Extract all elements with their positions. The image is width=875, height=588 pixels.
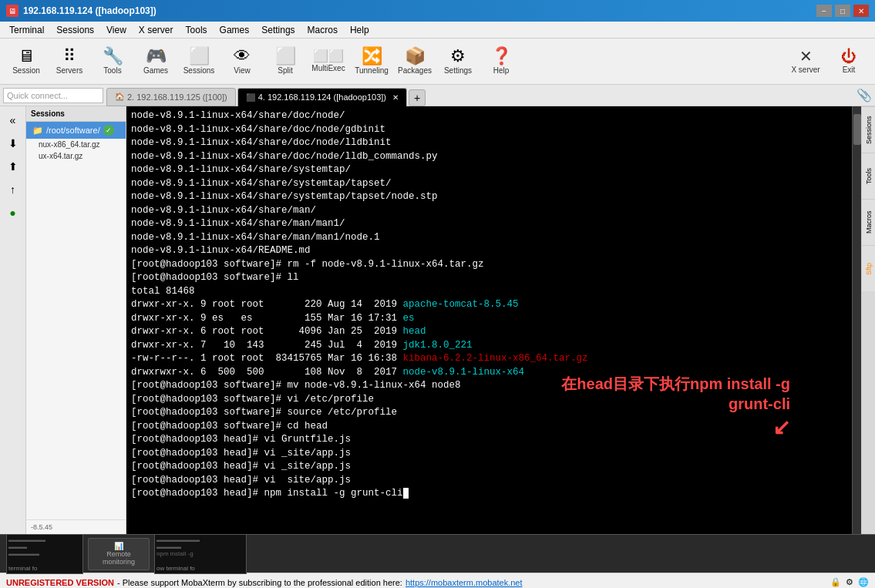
term-line-4: node-v8.9.1-linux-x64/share/doc/node/lld… xyxy=(131,150,847,164)
window-title: 192.168.119.124 ([hadoop103]) xyxy=(23,5,812,16)
menu-bar: Terminal Sessions View X server Tools Ga… xyxy=(0,22,875,39)
split-button[interactable]: ⬜ Split xyxy=(265,42,305,82)
sessions-button[interactable]: ⬜ Sessions xyxy=(179,42,219,82)
status-icon-2: ⚙ xyxy=(846,577,853,587)
status-right-icons: 🔒 ⚙ 🌐 xyxy=(830,577,869,587)
tab-hadoop103-label: 4. 192.168.119.124 ([hadoop103]) xyxy=(258,92,386,102)
menu-help[interactable]: Help xyxy=(344,23,375,37)
menu-settings[interactable]: Settings xyxy=(255,23,301,37)
menu-terminal[interactable]: Terminal xyxy=(3,23,50,37)
term-line-22: [root@hadoop103 software]# vi /etc/profi… xyxy=(131,393,847,407)
games-button[interactable]: 🎮 Games xyxy=(136,42,176,82)
term-line-26: [root@hadoop103 head]# vi _site/app.js xyxy=(131,447,847,461)
side-label-macros[interactable]: Macros xyxy=(862,199,875,245)
terminal-thumbnail-1[interactable]: ▬▬▬▬▬▬ ▬▬▬ ▬▬▬▬▬ terminal fo xyxy=(6,534,83,574)
toolbar: 🖥 Session ⠿ Servers 🔧 Tools 🎮 Games ⬜ Se… xyxy=(0,39,875,85)
menu-games[interactable]: Games xyxy=(214,23,256,37)
term-line-3: node-v8.9.1-linux-x64/share/doc/node/lld… xyxy=(131,136,847,150)
session-button[interactable]: 🖥 Session xyxy=(6,42,46,82)
view-button[interactable]: 👁 View xyxy=(222,42,262,82)
minimize-button[interactable]: − xyxy=(816,5,832,17)
games-icon: 🎮 xyxy=(146,48,167,65)
term-line-23: [root@hadoop103 software]# source /etc/p… xyxy=(131,406,847,420)
status-message: - Please support MobaXterm by subscribin… xyxy=(117,578,402,587)
active-session-label: /root/software/ xyxy=(46,126,100,135)
xserver-button[interactable]: ✕ X server xyxy=(786,42,826,82)
app-icon: 🖥 xyxy=(6,5,19,17)
terminal-thumbnail-2[interactable]: ▬▬▬▬▬▬▬ ▬▬▬▬ npm install -g ow terminal … xyxy=(154,534,247,574)
menu-macros[interactable]: Macros xyxy=(301,23,344,37)
support-link[interactable]: https://mobaxterm.mobatek.net xyxy=(406,578,523,587)
terminal-area[interactable]: node-v8.9.1-linux-x64/share/doc/node/ no… xyxy=(126,106,852,534)
tools-label: Tools xyxy=(103,66,121,75)
term-line-6: node-v8.9.1-linux-x64/share/systemtap/ta… xyxy=(131,177,847,191)
terminal-scrollbar[interactable] xyxy=(852,106,861,534)
term-line-9: node-v8.9.1-linux-x64/share/man/man1/ xyxy=(131,217,847,231)
servers-button[interactable]: ⠿ Servers xyxy=(49,42,89,82)
menu-view[interactable]: View xyxy=(100,23,133,37)
tab-hadoop103-close[interactable]: ✕ xyxy=(392,93,399,102)
add-tab-button[interactable]: + xyxy=(409,89,426,106)
file-item-1[interactable]: nux-x86_64.tar.gz xyxy=(26,139,126,150)
maximize-button[interactable]: □ xyxy=(835,5,850,17)
tunneling-icon: 🔀 xyxy=(362,48,382,65)
exit-label: Exit xyxy=(843,66,856,74)
sidebar-top-button[interactable]: ↑ xyxy=(2,179,24,200)
term-line-11: node-v8.9.1-linux-x64/README.md xyxy=(131,244,847,258)
side-label-sftp[interactable]: Sftp xyxy=(862,245,875,291)
session-panel: Sessions 📁 /root/software/ ✓ nux-x86_64.… xyxy=(26,106,126,534)
scroll-thumb[interactable] xyxy=(853,114,861,145)
view-label: View xyxy=(234,66,251,75)
status-icon-1: 🔒 xyxy=(830,577,841,587)
exit-button[interactable]: ⏻ Exit xyxy=(829,42,869,82)
file-item-2[interactable]: ux-x64.tar.gz xyxy=(26,150,126,162)
servers-icon: ⠿ xyxy=(63,48,76,65)
term-line-8: node-v8.9.1-linux-x64/share/man/ xyxy=(131,204,847,218)
term-line-24: [root@hadoop103 software]# cd head xyxy=(131,420,847,434)
remote-monitoring-btn[interactable]: 📊 Remotemonitoring xyxy=(88,538,150,570)
side-label-sessions[interactable]: Sessions xyxy=(862,106,875,153)
active-session-item[interactable]: 📁 /root/software/ ✓ xyxy=(26,122,126,139)
tab-hadoop103[interactable]: ⬛ 4. 192.168.119.124 ([hadoop103]) ✕ xyxy=(237,88,407,106)
sidebar-down-button[interactable]: ⬇ xyxy=(2,133,24,154)
xserver-label: X server xyxy=(791,66,819,74)
terminal-cursor xyxy=(403,488,409,499)
help-icon: ❓ xyxy=(491,48,512,65)
tools-icon: 🔧 xyxy=(103,48,123,65)
side-label-tools[interactable]: Tools xyxy=(862,153,875,199)
term-line-29: [root@hadoop103 head]# npm install -g gr… xyxy=(131,487,847,501)
settings-label: Settings xyxy=(444,66,472,75)
status-bar: UNREGISTERED VERSION - Please support Mo… xyxy=(0,573,875,588)
help-button[interactable]: ❓ Help xyxy=(481,42,521,82)
collapse-sidebar-button[interactable]: « xyxy=(2,109,24,131)
view-icon: 👁 xyxy=(234,48,251,65)
term-line-13: [root@hadoop103 software]# ll xyxy=(131,271,847,285)
menu-sessions[interactable]: Sessions xyxy=(50,23,100,37)
menu-xserver[interactable]: X server xyxy=(133,23,180,37)
term-line-21: [root@hadoop103 software]# mv node-v8.9.… xyxy=(131,379,847,393)
sidebar-up-button[interactable]: ⬆ xyxy=(2,156,24,177)
session-label: Session xyxy=(12,66,40,75)
term-line-25: [root@hadoop103 head]# vi Gruntfile.js xyxy=(131,433,847,447)
term-line-18: drwxr-xr-x. 7 10 143 245 Jul 4 2019 jdk1… xyxy=(131,339,847,353)
term-line-20: drwxrwxr-x. 6 500 500 108 Nov 8 2017 nod… xyxy=(131,366,847,380)
term-line-19: -rw-r--r--. 1 root root 83415765 Mar 16 … xyxy=(131,352,847,366)
sidebar-green-button[interactable]: ● xyxy=(2,202,24,223)
sessions-label: Sessions xyxy=(183,66,215,75)
packages-button[interactable]: 📦 Packages xyxy=(395,42,435,82)
tunneling-button[interactable]: 🔀 Tunneling xyxy=(352,42,392,82)
tab-hadoop103-icon: ⬛ xyxy=(246,93,255,102)
split-icon: ⬜ xyxy=(275,48,296,65)
multiexec-button[interactable]: ⬜⬜ MultiExec xyxy=(308,42,348,82)
attach-icon[interactable]: 📎 xyxy=(856,88,872,102)
packages-label: Packages xyxy=(398,66,432,75)
help-label: Help xyxy=(493,66,510,75)
menu-tools[interactable]: Tools xyxy=(180,23,214,37)
close-button[interactable]: ✕ xyxy=(853,5,869,17)
tools-button[interactable]: 🔧 Tools xyxy=(93,42,133,82)
term-line-14: total 81468 xyxy=(131,285,847,299)
settings-button[interactable]: ⚙ Settings xyxy=(438,42,478,82)
tab-100[interactable]: 🏠 2. 192.168.119.125 ([100]) xyxy=(106,88,236,106)
terminal-thumb-label-1: terminal fo xyxy=(8,565,37,572)
quick-connect-input[interactable]: Quick connect... xyxy=(3,88,103,103)
